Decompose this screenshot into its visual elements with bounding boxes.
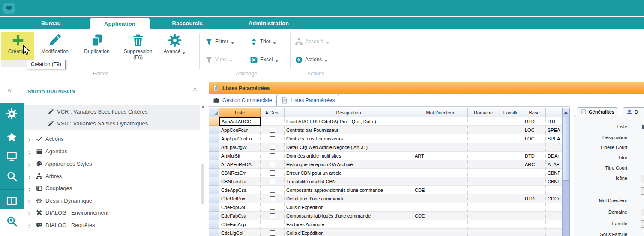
chevron-right-icon[interactable] (27, 186, 32, 191)
cell-designation[interactable]: Factures Acompte (285, 220, 413, 229)
cell-extra[interactable]: DTLi (546, 117, 563, 126)
tree-item-couplages[interactable]: Couplages (24, 182, 199, 194)
cell-extra[interactable] (546, 186, 563, 194)
cell-designation[interactable]: Données article multi sites (285, 152, 413, 160)
scroll-up-icon[interactable] (563, 108, 569, 116)
grid-scrollbar-thumb[interactable] (563, 117, 569, 181)
cell-base[interactable]: ARC (523, 160, 546, 169)
search-icon[interactable] (6, 170, 18, 182)
cell-extra[interactable]: CDCo (546, 194, 563, 203)
checkbox[interactable] (270, 213, 275, 218)
tree-scrollbar[interactable] (200, 105, 205, 233)
cell-a-gen[interactable] (261, 194, 285, 203)
checkbox[interactable] (270, 145, 275, 150)
cell-liste[interactable]: ArtMulSit (219, 152, 261, 160)
cell-designation[interactable]: Composants fabriqués d'une commande (285, 212, 413, 220)
grid-scrollbar[interactable] (562, 108, 570, 236)
cell-a-gen[interactable] (261, 134, 285, 143)
cell-base[interactable] (523, 169, 546, 177)
cell-a-gen[interactable] (261, 152, 285, 160)
cell-extra[interactable] (546, 220, 563, 229)
cell-domaine[interactable] (468, 134, 499, 143)
row-selector[interactable] (209, 177, 219, 186)
row-selector[interactable] (209, 194, 219, 203)
monitor-icon[interactable] (6, 151, 18, 162)
cell-a-gen[interactable] (261, 203, 285, 212)
cell-base[interactable] (523, 229, 546, 236)
cell-liste[interactable]: CdeFacAcp (219, 220, 261, 229)
tree-item-dialog-environnement[interactable]: DIALOG : Environnement (24, 206, 199, 219)
cell-extra[interactable]: SPEA (546, 126, 563, 134)
cell-mot-directeur[interactable] (413, 143, 468, 152)
settings-icon[interactable] (6, 108, 18, 119)
field-input[interactable] (641, 209, 644, 216)
tree-item-apparences-styles[interactable]: Apparences Styles (24, 158, 199, 170)
cell-mot-directeur[interactable] (413, 117, 468, 126)
cell-mot-directeur[interactable] (413, 220, 468, 229)
chevron-right-icon[interactable] (27, 161, 32, 166)
cell-mot-directeur[interactable] (413, 194, 468, 203)
detail-tab-d[interactable]: D (623, 107, 644, 116)
split-view-icon[interactable] (6, 195, 18, 207)
sidebar-collapse-icon[interactable]: « (8, 87, 12, 94)
cell-famille[interactable] (499, 186, 523, 194)
chevron-right-icon[interactable] (27, 149, 32, 154)
ribbon-button-acc-s[interactable]: Accès à (295, 35, 330, 48)
scroll-up-icon[interactable] (201, 105, 205, 108)
cell-base[interactable] (523, 212, 546, 220)
cell-base[interactable]: DTD (523, 117, 546, 126)
cell-mot-directeur[interactable] (413, 169, 468, 177)
column-header-domaine[interactable]: Domaine (468, 108, 499, 117)
checkbox[interactable] (270, 162, 275, 167)
tree-item-actions[interactable]: Actions (24, 133, 199, 145)
cell-famille[interactable] (499, 169, 523, 177)
checkbox[interactable] (270, 222, 275, 227)
cell-famille[interactable] (499, 117, 523, 126)
ribbon-button-suppression-f6[interactable]: Suppression (F6) (118, 32, 158, 60)
column-header-famille[interactable]: Famille (499, 108, 523, 117)
cell-base[interactable] (523, 177, 546, 186)
cell-famille[interactable] (499, 143, 523, 152)
cell-liste[interactable]: CBNResErr (219, 169, 261, 177)
cell-mot-directeur[interactable]: CDE (413, 212, 468, 220)
cell-extra[interactable] (546, 212, 563, 220)
cell-liste[interactable]: CdeAppCsa (219, 186, 261, 194)
cell-designation[interactable]: Contrats par Fournisseur (285, 126, 413, 134)
tree-scrollbar-thumb[interactable] (201, 164, 204, 204)
cell-extra[interactable]: SPEA (546, 134, 563, 143)
column-header-base[interactable]: Base (523, 108, 546, 117)
cell-domaine[interactable] (468, 169, 499, 177)
cell-a-gen[interactable] (261, 126, 285, 134)
chevron-right-icon[interactable] (27, 174, 32, 179)
cell-domaine[interactable] (468, 177, 499, 186)
row-selector[interactable] (209, 126, 219, 134)
star-icon[interactable] (6, 131, 18, 143)
cell-famille[interactable] (499, 126, 523, 134)
cell-liste[interactable]: AppConFour (219, 126, 261, 134)
ribbon-button-filtrer[interactable]: Filtrer (205, 35, 235, 48)
document-tab-gestion-commerciale[interactable]: Gestion Commerciale ... (209, 95, 282, 106)
cell-liste[interactable]: CdeDetPrix (219, 194, 261, 203)
field-input[interactable] (641, 220, 644, 228)
checkbox[interactable] (270, 230, 275, 236)
cell-liste[interactable]: CdeLigCol (219, 229, 261, 236)
checkbox[interactable] (270, 205, 275, 210)
ribbon-tab-application[interactable]: Application (90, 18, 150, 29)
row-selector[interactable] (209, 220, 219, 229)
cell-base[interactable]: LOC (523, 126, 546, 134)
ribbon-tab-bureau[interactable]: Bureau (26, 17, 76, 29)
row-selector[interactable] (209, 152, 219, 160)
cell-famille[interactable] (499, 203, 523, 212)
cell-famille[interactable] (499, 160, 523, 169)
grid-scrollbar-track[interactable] (563, 181, 569, 236)
cell-base[interactable] (523, 186, 546, 194)
column-header-mot-directeur[interactable]: Mot Directeur (413, 108, 468, 117)
tree-item-dialog-requ-tes[interactable]: DIALOG : Requêtes (24, 219, 199, 231)
ribbon-button-modification[interactable]: Modification (34, 32, 75, 54)
cell-designation[interactable]: Ecart ARC EDI / CdeOA( Prix , Qte , Date… (285, 117, 413, 126)
cell-liste[interactable]: AppAskARCC (219, 117, 261, 126)
cell-mot-directeur[interactable] (413, 203, 468, 212)
cell-designation[interactable]: Colis d'Expédition (285, 229, 413, 236)
row-selector[interactable] (209, 186, 219, 194)
cell-designation[interactable]: Détail prix d'une commande (285, 194, 413, 203)
